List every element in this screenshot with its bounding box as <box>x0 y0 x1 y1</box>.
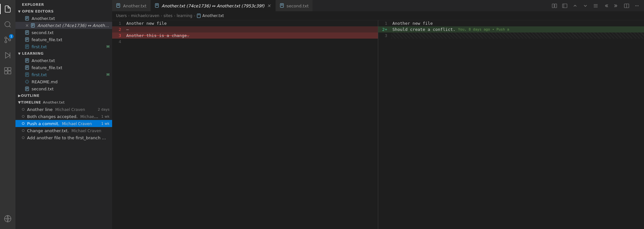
timeline-time: 1 wk <box>101 114 110 119</box>
svg-rect-10 <box>5 71 7 74</box>
right-editor-pane[interactable]: 1 Another new file 2+ Should create a co… <box>378 20 644 229</box>
learning-chevron: ▼ <box>18 52 21 55</box>
split-editor-right-icon[interactable] <box>550 1 559 10</box>
list-item[interactable]: Another.txt <box>15 15 112 22</box>
timeline-header[interactable]: ▼ TIMELINE Another.txt <box>15 99 112 106</box>
list-item[interactable]: ✕ Another.txt (74ce1736) ↔ Another.txt (… <box>15 22 112 29</box>
sidebar: EXPLORER ▼ OPEN EDITORS Another.txt ✕ <box>15 0 112 229</box>
txt-file-icon <box>24 16 30 21</box>
list-item[interactable]: i README.md <box>15 78 112 85</box>
timeline-commit: Another line Michael Craven <box>27 107 95 112</box>
code-line: 3 <box>378 32 644 39</box>
timeline-label: TIMELINE <box>21 100 41 105</box>
file-name: second.txt <box>32 87 110 91</box>
list-item[interactable]: second.txt <box>15 85 112 92</box>
commit-message: Add another file to the first_branch <box>27 135 101 140</box>
timeline-item[interactable]: Both changes accepted. Michael Craven 1 … <box>15 113 112 120</box>
breadcrumb-item[interactable]: learning <box>177 14 192 18</box>
learning-label: LEARNING <box>22 51 43 56</box>
svg-text:i: i <box>27 81 27 83</box>
svg-rect-59 <box>552 4 554 8</box>
file-name: Another.txt <box>32 16 110 21</box>
line-content: Another new file <box>391 20 644 26</box>
commit-author: Michael Craven <box>62 122 92 126</box>
tab-file-icon <box>280 3 285 8</box>
align-icon[interactable] <box>591 1 600 10</box>
timeline-time: 2 days <box>98 107 110 112</box>
breadcrumb-item[interactable]: Users <box>116 14 127 18</box>
svg-line-5 <box>7 38 9 40</box>
txt-file-icon <box>24 65 30 70</box>
svg-point-68 <box>635 5 636 6</box>
tab-diff[interactable]: Another.txt (74ce1736) ↔ Another.txt (79… <box>151 0 276 11</box>
file-name: feature_file.txt <box>32 65 110 70</box>
timeline-dot <box>22 136 24 139</box>
arrow-down-icon[interactable] <box>581 1 590 10</box>
txt-file-icon <box>24 30 30 35</box>
arrow-up-icon[interactable] <box>571 1 580 10</box>
txt-file-icon <box>24 44 30 49</box>
breadcrumb-separator: › <box>128 14 130 18</box>
txt-file-icon <box>30 23 35 28</box>
modified-badge: M <box>107 73 110 77</box>
timeline-item[interactable]: Another line Michael Craven 2 days <box>15 106 112 113</box>
source-control-badge: 1 <box>9 34 14 39</box>
svg-point-1 <box>5 37 7 39</box>
navigate-back-icon[interactable] <box>601 1 610 10</box>
breadcrumb-separator: › <box>194 14 195 18</box>
timeline-item[interactable]: Add another file to the first_branch Mic… <box>15 134 112 141</box>
editor-panes: 1 Another new file 2 — 3 Another this is… <box>112 20 644 229</box>
commit-message: Change another.txt. <box>27 128 69 133</box>
breadcrumb-item[interactable]: michaelcraven <box>131 14 159 18</box>
learning-section-header[interactable]: ▼ LEARNING <box>15 50 112 57</box>
more-icon[interactable] <box>632 1 641 10</box>
right-editor-content[interactable]: 1 Another new file 2+ Should create a co… <box>378 20 644 229</box>
code-line: 1 Another new file <box>378 20 644 26</box>
list-item[interactable]: feature_file.txt <box>15 64 112 71</box>
toggle-sidebar-icon[interactable] <box>560 1 569 10</box>
list-item[interactable]: first.txt M <box>15 71 112 78</box>
list-item[interactable]: first.txt M <box>15 43 112 50</box>
extensions-icon[interactable] <box>0 63 15 78</box>
svg-point-70 <box>638 5 639 6</box>
list-item[interactable]: second.txt <box>15 29 112 36</box>
line-number: 1 <box>378 20 391 26</box>
activity-bar: 1 <box>0 0 15 229</box>
tab-close-button[interactable]: ✕ <box>266 3 272 8</box>
left-editor-pane[interactable]: 1 Another new file 2 — 3 Another this is… <box>112 20 378 229</box>
code-line: 4 <box>112 39 378 45</box>
breadcrumb-file[interactable]: Another.txt <box>197 14 224 18</box>
tab-another-txt[interactable]: Another.txt <box>112 0 151 11</box>
commit-message: Push a commit. <box>27 121 59 126</box>
file-name: feature_file.txt <box>32 37 110 42</box>
source-control-icon[interactable]: 1 <box>0 32 15 48</box>
outline-chevron: ▶ <box>18 94 21 98</box>
timeline-item[interactable]: Push a commit. Michael Craven 1 wk <box>15 120 112 127</box>
search-icon[interactable] <box>0 17 15 32</box>
commit-message: Both changes accepted. <box>27 114 78 119</box>
remote-icon[interactable] <box>0 211 15 226</box>
tab-file-icon <box>116 3 121 8</box>
navigate-forward-icon[interactable] <box>612 1 621 10</box>
svg-rect-71 <box>197 14 200 18</box>
expand-left-icon[interactable] <box>622 1 631 10</box>
outline-header[interactable]: ▶ OUTLINE <box>15 92 112 99</box>
left-editor-content[interactable]: 1 Another new file 2 — 3 Another this is… <box>112 20 378 229</box>
line-content: Should create a conflict. You, 8 days ag… <box>391 26 644 32</box>
timeline-item[interactable]: Change another.txt. Michael Craven <box>15 127 112 134</box>
list-item[interactable]: feature_file.txt <box>15 36 112 43</box>
line-number: 4 <box>112 39 125 45</box>
tab-second-txt[interactable]: second.txt <box>276 0 313 11</box>
run-icon[interactable] <box>0 48 15 63</box>
outline-label: OUTLINE <box>21 94 39 98</box>
list-item[interactable]: Another.txt <box>15 57 112 64</box>
code-line: 2 — <box>112 26 378 32</box>
breadcrumb-item[interactable]: sites <box>164 14 173 18</box>
files-icon[interactable] <box>0 1 15 17</box>
line-content: Another this is a change. <box>125 32 378 39</box>
breadcrumb-separator: › <box>161 14 162 18</box>
open-editors-header[interactable]: ▼ OPEN EDITORS <box>15 8 112 15</box>
timeline-chevron: ▼ <box>18 100 21 105</box>
close-icon[interactable]: ✕ <box>24 23 30 28</box>
tab-bar: Another.txt Another.txt (74ce1736) ↔ Ano… <box>112 0 644 11</box>
